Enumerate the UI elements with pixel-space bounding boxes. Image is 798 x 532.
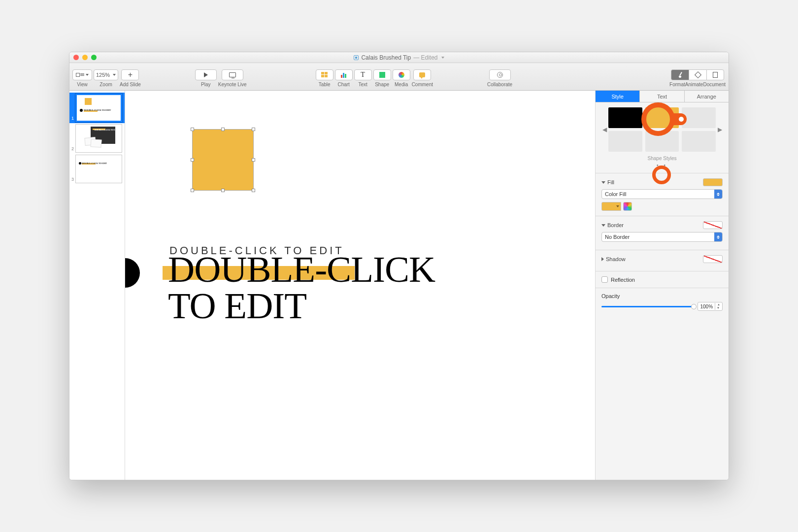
comment-button[interactable] — [413, 69, 431, 80]
title-text[interactable]: DOUBLE-CLICK TO EDIT — [168, 251, 435, 324]
fill-type-select[interactable]: Color Fill — [601, 189, 723, 199]
keynote-live-label: Keynote Live — [218, 82, 247, 87]
table-button[interactable] — [316, 69, 333, 80]
play-label: Play — [201, 82, 210, 87]
disclosure-triangle-icon — [601, 257, 604, 261]
fill-preview-swatch[interactable] — [703, 178, 723, 186]
slide-thumb-3[interactable]: 3 DOUBLE-CLICK TO EDIT — [69, 154, 125, 184]
selected-shape[interactable] — [193, 130, 253, 190]
reflection-section: Reflection — [596, 271, 729, 288]
format-inspector: Style Text Arrange ◀ ▶ — [596, 91, 729, 480]
shadow-label: Shadow — [606, 256, 626, 262]
window-title[interactable]: Calais Brushed Tip — Edited — [354, 54, 444, 61]
collaborate-button[interactable] — [489, 69, 511, 80]
border-section: Border No Border — [596, 216, 729, 250]
text-button[interactable]: T — [354, 69, 372, 80]
slide-preview: DOUBLE-CLICK TO EDIT — [75, 94, 122, 122]
diamond-icon — [694, 71, 701, 78]
keynote-live-button[interactable] — [222, 69, 243, 80]
format-label: Format — [669, 82, 685, 87]
add-slide-button[interactable]: + — [121, 69, 139, 80]
table-label: Table — [319, 82, 331, 87]
screen-icon — [229, 72, 236, 77]
media-button[interactable] — [393, 69, 410, 80]
shape-style-swatch[interactable] — [682, 131, 716, 152]
shape-style-swatch[interactable] — [608, 107, 642, 128]
paintbrush-icon — [677, 72, 683, 78]
shape-style-swatch[interactable] — [682, 107, 716, 128]
styles-pager[interactable]: • • — [601, 163, 723, 168]
disclosure-triangle-icon — [601, 224, 605, 227]
zoom-label: Zoom — [100, 82, 112, 87]
border-label: Border — [607, 222, 624, 228]
fill-color-picker[interactable] — [601, 202, 621, 211]
styles-next-button[interactable]: ▶ — [717, 126, 723, 133]
slide-number: 2 — [69, 146, 75, 153]
fill-type-value: Color Fill — [605, 191, 626, 197]
styles-prev-button[interactable]: ◀ — [601, 126, 607, 133]
shape-button[interactable] — [373, 69, 391, 80]
zoom-select[interactable]: 125% — [94, 69, 118, 80]
edited-label: — Edited — [413, 54, 437, 61]
play-button[interactable] — [195, 69, 217, 80]
opacity-label: Opacity — [601, 293, 723, 299]
minimize-button[interactable] — [82, 55, 88, 60]
reflection-label: Reflection — [611, 277, 635, 283]
tab-arrange[interactable]: Arrange — [685, 91, 729, 102]
chevron-down-icon — [441, 57, 444, 59]
text-label: Text — [358, 82, 367, 87]
caret-down-icon — [113, 74, 116, 76]
shadow-preview-swatch[interactable] — [703, 255, 723, 263]
slide-thumb-2[interactable]: 2 DOUBLE-CLICK TO EDIT — [69, 123, 125, 154]
animate-button[interactable] — [689, 69, 706, 80]
opacity-field[interactable]: 100% ▲▼ — [698, 302, 723, 311]
shape-styles-section: ◀ ▶ Shape Styles • • — [596, 102, 729, 173]
border-type-select[interactable]: No Border — [601, 232, 723, 242]
maximize-button[interactable] — [91, 55, 97, 60]
table-icon — [321, 72, 328, 77]
shadow-section: Shadow — [596, 250, 729, 271]
chart-label: Chart — [337, 82, 349, 87]
titlebar: Calais Brushed Tip — Edited — [69, 52, 729, 63]
animate-label: Animate — [685, 82, 703, 87]
comment-label: Comment — [412, 82, 433, 87]
shape-style-swatch[interactable] — [645, 107, 679, 128]
close-button[interactable] — [73, 55, 79, 60]
play-icon — [204, 72, 208, 77]
shape-label: Shape — [375, 82, 389, 87]
view-button[interactable] — [72, 69, 92, 80]
border-type-value: No Border — [605, 234, 630, 240]
comment-icon — [419, 72, 425, 77]
border-disclosure[interactable]: Border — [601, 222, 624, 228]
slide-navigator[interactable]: 1 DOUBLE-CLICK TO EDIT 2 DOUBLE-CLICK TO… — [69, 91, 125, 480]
border-preview-swatch[interactable] — [703, 221, 723, 229]
tab-style[interactable]: Style — [596, 91, 640, 102]
chart-button[interactable] — [335, 69, 353, 80]
shape-style-swatch[interactable] — [608, 131, 642, 152]
decorative-circle — [125, 258, 140, 288]
slide-preview: DOUBLE-CLICK TO EDIT — [75, 155, 122, 183]
format-button[interactable] — [671, 69, 689, 80]
collaborate-label: Collaborate — [487, 82, 512, 87]
disclosure-triangle-icon — [601, 181, 605, 184]
document-label: Document — [703, 82, 726, 87]
select-caret-icon — [714, 233, 722, 241]
fill-label: Fill — [607, 179, 614, 185]
document-button[interactable] — [706, 69, 724, 80]
zoom-value: 125% — [96, 72, 110, 78]
opacity-stepper[interactable]: ▲▼ — [715, 303, 722, 310]
toolbar: View 125% Zoom + Add Slide — [69, 63, 729, 91]
slider-thumb[interactable] — [691, 304, 697, 309]
shadow-disclosure[interactable]: Shadow — [601, 256, 626, 262]
media-icon — [399, 72, 404, 78]
slide-canvas[interactable]: DOUBLE-CLICK TO EDIT DOUBLE-CLICK TO EDI… — [125, 91, 596, 480]
window-controls — [73, 55, 97, 60]
shape-style-swatch[interactable] — [645, 131, 679, 152]
reflection-checkbox[interactable] — [601, 276, 608, 283]
tab-text[interactable]: Text — [640, 91, 684, 102]
fill-disclosure[interactable]: Fill — [601, 179, 614, 185]
color-wheel-button[interactable] — [623, 202, 632, 211]
slide-thumb-1[interactable]: 1 DOUBLE-CLICK TO EDIT — [69, 93, 125, 123]
view-label: View — [77, 82, 88, 87]
opacity-slider[interactable] — [601, 306, 694, 307]
